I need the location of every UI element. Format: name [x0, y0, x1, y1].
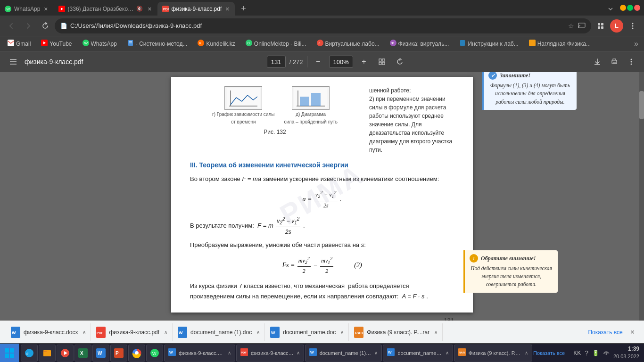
taskbar-download-doc2[interactable]: W document_name.doc ∧	[383, 345, 453, 362]
taskbar-pdf-arrow[interactable]: ∧	[297, 350, 300, 355]
download-item-pdf[interactable]: PDF физика-9-класс.pdf ∧	[91, 323, 173, 341]
minimize-button[interactable]: −	[620, 5, 626, 11]
bookmark-kundelik[interactable]: K Kundelik.kz	[194, 38, 239, 49]
pdf-toolbar: физика-9-класс.pdf / 272 − 100% +	[0, 51, 644, 72]
taskbar-show-all-button[interactable]: Показать все	[533, 350, 565, 356]
fig-left: г) График зависимости силыот времени	[212, 86, 274, 126]
taskbar-docx-arrow[interactable]: ∧	[228, 350, 231, 355]
new-tab-button[interactable]: +	[237, 2, 250, 16]
taskbar-download-rar[interactable]: RAR Физика (9 класс). Р....rar ∧	[454, 345, 532, 362]
profile-button[interactable]: L	[610, 19, 623, 33]
reload-button[interactable]	[38, 18, 53, 33]
bookmark-gmail[interactable]: Gmail	[4, 38, 34, 49]
download-rar-arrow[interactable]: ∧	[434, 329, 438, 335]
menu-button[interactable]	[625, 18, 640, 33]
taskbar-rar-arrow[interactable]: ∧	[525, 350, 528, 355]
address-bar[interactable]: 📄 C:/Users/Лилия/Downloads/физика-9-клас…	[55, 18, 591, 33]
taskbar-download-pdf[interactable]: PDF физика-9-класс.pdf ∧	[236, 345, 304, 362]
right-col-text: шенной работе;2) при переменном значении…	[369, 86, 454, 154]
bookmark-whatsapp[interactable]: W WhatsApp	[79, 38, 121, 49]
file-icon: 📄	[60, 23, 67, 29]
tab-pdf-close[interactable]: ×	[224, 4, 230, 14]
download-doc2-arrow[interactable]: ∧	[340, 329, 344, 335]
side-note-attention: ! Обратите внимание! Под действием силы …	[463, 250, 558, 293]
pdf-download-button[interactable]	[590, 55, 604, 69]
pdf-page-input[interactable]	[267, 56, 286, 68]
tab-dropdown-button[interactable]	[605, 2, 616, 16]
download-item-docx[interactable]: W физика-9-класс.docx ∧	[6, 323, 91, 341]
taskbar-item-explorer[interactable]	[39, 345, 56, 362]
pdf-fit-page-button[interactable]	[375, 55, 389, 69]
taskbar-item-excel[interactable]: X	[74, 345, 91, 362]
pdf-content[interactable]: РИМА	[0, 72, 644, 343]
attention-title: Обратите внимание!	[481, 254, 536, 263]
pdf-scroll-area[interactable]: РИМА	[0, 72, 644, 343]
pdf-rotate-button[interactable]	[393, 55, 407, 69]
bookmark-physics-virtual[interactable]: Ф Физика: виртуаль...	[386, 38, 453, 49]
taskbar-download-doc1[interactable]: W document_name (1).doc ∧	[305, 345, 382, 362]
pdf-right-column: шенной работе;2) при переменном значении…	[369, 86, 454, 154]
tab-pdf-title: физика-9-класс.pdf	[172, 6, 222, 12]
show-all-downloads-button[interactable]: Показать все	[584, 329, 626, 336]
pdf-scrollbar-thumb[interactable]	[639, 91, 644, 119]
tab-whatsapp-close[interactable]: ×	[43, 4, 49, 14]
download-item-doc2[interactable]: W document_name.doc ∧	[265, 323, 349, 341]
extensions-button[interactable]	[593, 18, 608, 33]
tab-youtube[interactable]: (336) Дастан Оразбеков - К... 🔇 ×	[54, 2, 157, 16]
svg-text:W: W	[169, 350, 173, 354]
close-downloads-button[interactable]: ×	[627, 328, 638, 337]
taskbar-item-ppt[interactable]: P	[110, 345, 127, 362]
taskbar-doc2-arrow[interactable]: ∧	[446, 350, 449, 355]
tab-whatsapp[interactable]: W WhatsApp ×	[0, 2, 54, 16]
taskbar-items: e X W P W W	[19, 344, 569, 362]
taskbar-item-media[interactable]	[57, 345, 74, 362]
pdf-zoom-out-button[interactable]: −	[311, 55, 325, 69]
formula1: a = v22 − v12 2s . ✓ Запомните! Формулы …	[190, 189, 454, 210]
pdf-scrollbar[interactable]	[639, 72, 644, 343]
taskbar-doc1-label: document_name (1).doc	[320, 350, 372, 356]
forward-button[interactable]	[21, 18, 36, 33]
pdf-page: РИМА	[171, 77, 473, 313]
svg-point-94	[605, 354, 607, 355]
download-item-doc1[interactable]: W document_name (1).doc ∧	[173, 323, 265, 341]
svg-rect-36	[379, 59, 381, 61]
bookmark-instruktsii-label: Инструкции к лаб...	[468, 41, 518, 47]
maximize-button[interactable]: □	[627, 5, 633, 11]
pdf-more-button[interactable]	[624, 55, 638, 69]
side-note-remember: ✓ Запомните! Формулы (1), (3) и (4) могу…	[482, 72, 577, 110]
bookmarks-more-button[interactable]: »	[632, 39, 640, 49]
cast-icon[interactable]	[578, 21, 586, 30]
tab-youtube-close[interactable]: ×	[147, 4, 152, 14]
taskbar-download-docx[interactable]: W физика-9-класс.docx ∧	[164, 345, 235, 362]
close-button[interactable]: ×	[634, 5, 640, 11]
bookmark-systemno[interactable]: - Системно-метод...	[124, 38, 191, 49]
download-docx-arrow[interactable]: ∧	[83, 329, 86, 335]
fig-right-label: д) Диаграммасила – пройденный путь	[284, 111, 337, 126]
taskbar-doc1-arrow[interactable]: ∧	[374, 350, 378, 355]
pdf-zoom-in-button[interactable]: +	[357, 55, 371, 69]
download-pdf-arrow[interactable]: ∧	[164, 329, 167, 335]
back-button[interactable]	[4, 18, 19, 33]
taskbar-item-word[interactable]: W	[92, 345, 109, 362]
svg-text:W: W	[152, 351, 157, 356]
svg-rect-11	[601, 26, 603, 29]
download-doc1-arrow[interactable]: ∧	[256, 329, 260, 335]
download-item-rar[interactable]: RAR Физика (9 класс). Р....rar ∧	[349, 323, 443, 341]
pdf-print-button[interactable]	[607, 55, 621, 69]
bookmarks-bar: Gmail YouTube W WhatsApp - Системно-мето…	[0, 36, 644, 51]
start-button[interactable]	[0, 344, 19, 362]
bookmark-virtual-lab[interactable]: Л Виртуальные лабо...	[313, 38, 383, 49]
bookmark-onlinemektep[interactable]: O OnlineMektep - Bili...	[242, 38, 310, 49]
bookmark-instruktsii[interactable]: Инструкции к лаб...	[455, 38, 522, 49]
tab-pdf[interactable]: PDF физика-9-класс.pdf ×	[157, 2, 235, 16]
bookmark-youtube[interactable]: YouTube	[37, 38, 75, 49]
taskbar-item-whatsapp[interactable]: W	[146, 345, 163, 362]
taskbar-item-chrome[interactable]	[128, 345, 145, 362]
taskbar-item-ie[interactable]: e	[21, 345, 38, 362]
pdf-menu-button[interactable]	[6, 54, 21, 69]
bookmark-naglyadnaya[interactable]: Наглядная Физика...	[525, 38, 594, 49]
svg-text:PDF: PDF	[97, 331, 104, 335]
pdf-page-total: / 272	[289, 58, 303, 66]
svg-point-12	[632, 23, 634, 24]
bookmark-star-icon[interactable]: ☆	[568, 22, 574, 30]
